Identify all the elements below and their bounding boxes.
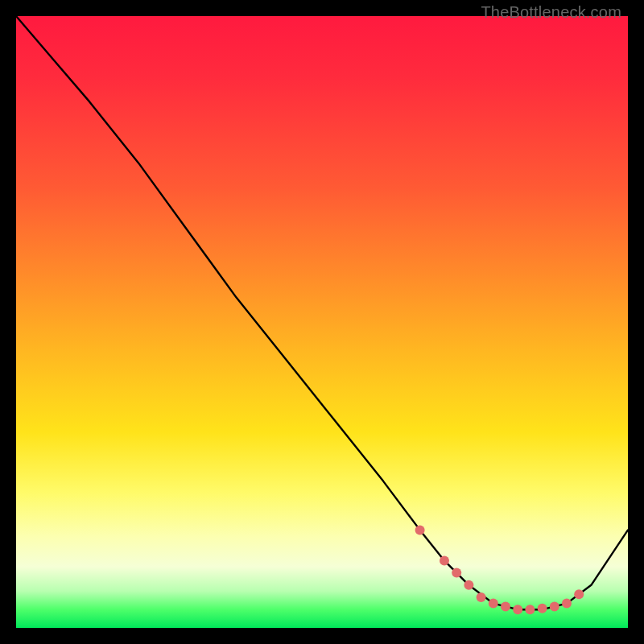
chart-frame: TheBottleneck.com (0, 0, 644, 644)
watermark-label: TheBottleneck.com (481, 3, 621, 22)
plot-area (16, 16, 628, 628)
